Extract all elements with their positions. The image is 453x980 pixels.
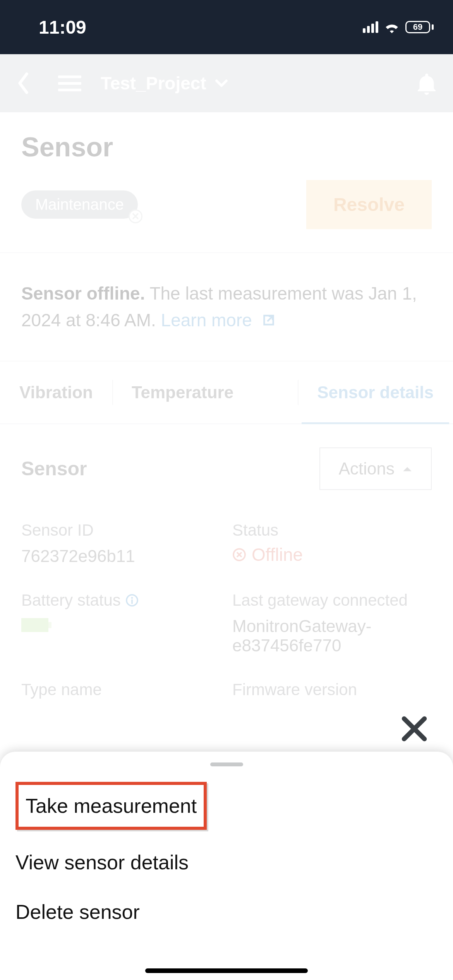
gateway-label: Last gateway connected xyxy=(232,591,432,610)
info-icon[interactable] xyxy=(125,594,139,607)
gateway-value: MonitronGateway-e837456fe770 xyxy=(232,617,432,655)
actions-button[interactable]: Actions xyxy=(319,447,432,490)
actions-label: Actions xyxy=(339,459,395,478)
menu-delete-sensor[interactable]: Delete sensor xyxy=(15,887,438,937)
app-header: Test_Project xyxy=(0,54,453,112)
offline-icon xyxy=(232,548,246,562)
status-value: Offline xyxy=(232,544,432,565)
close-icon xyxy=(397,711,432,746)
sensor-id-label: Sensor ID xyxy=(21,521,221,540)
status-label: Status xyxy=(232,521,432,540)
cell-signal-icon xyxy=(363,21,378,33)
field-type: Type name xyxy=(21,680,221,699)
tab-sensor-details[interactable]: Sensor details xyxy=(298,362,453,423)
battery-bar-icon xyxy=(21,618,48,632)
firmware-label: Firmware version xyxy=(232,680,432,699)
actions-sheet: Take measurement View sensor details Del… xyxy=(0,752,453,980)
field-sensor-id: Sensor ID 762372e96b11 xyxy=(21,521,221,566)
field-gateway: Last gateway connected MonitronGateway-e… xyxy=(232,591,432,655)
project-selector[interactable]: Test_Project xyxy=(101,73,229,94)
offline-banner: Sensor offline. The last measurement was… xyxy=(0,253,453,362)
tab-temperature[interactable]: Temperature xyxy=(112,362,253,423)
sensor-id-value: 762372e96b11 xyxy=(21,547,221,566)
svg-point-2 xyxy=(131,597,133,599)
bell-icon[interactable] xyxy=(416,72,438,95)
tab-vibration[interactable]: Vibration xyxy=(0,362,112,423)
status-indicators: 69 xyxy=(363,21,434,33)
wifi-icon xyxy=(384,21,400,33)
project-name: Test_Project xyxy=(101,73,206,94)
banner-bold: Sensor offline. xyxy=(21,283,145,303)
field-battery: Battery status xyxy=(21,591,221,655)
svg-rect-3 xyxy=(131,600,133,604)
menu-icon[interactable] xyxy=(58,75,81,91)
chevron-down-icon xyxy=(214,78,229,88)
field-status: Status Offline xyxy=(232,521,432,566)
page-title: Sensor xyxy=(21,132,432,163)
battery-label: Battery status xyxy=(21,591,221,610)
back-icon[interactable] xyxy=(15,72,31,95)
caret-up-icon xyxy=(402,465,412,472)
status-bar: 11:09 69 xyxy=(0,0,453,54)
close-button[interactable] xyxy=(397,711,432,746)
menu-take-measurement[interactable]: Take measurement xyxy=(15,782,207,830)
type-label: Type name xyxy=(21,680,221,699)
menu-view-details[interactable]: View sensor details xyxy=(15,838,438,887)
sheet-grabber[interactable] xyxy=(210,762,243,766)
external-link-icon xyxy=(261,312,276,328)
field-firmware: Firmware version xyxy=(232,680,432,699)
details-heading: Sensor xyxy=(21,457,87,480)
battery-indicator: 69 xyxy=(405,21,434,33)
badge-remove-icon[interactable]: ✕ xyxy=(129,209,142,223)
home-indicator[interactable] xyxy=(145,968,308,973)
resolve-button[interactable]: Resolve xyxy=(306,180,432,229)
status-badge: Maintenance xyxy=(21,190,138,219)
tabs: Vibration Temperature Sensor details xyxy=(0,362,453,424)
status-badge-wrap: Maintenance ✕ xyxy=(21,190,138,219)
status-time: 11:09 xyxy=(39,17,86,38)
battery-percent: 69 xyxy=(405,21,430,33)
learn-more-link[interactable]: Learn more xyxy=(161,310,276,330)
